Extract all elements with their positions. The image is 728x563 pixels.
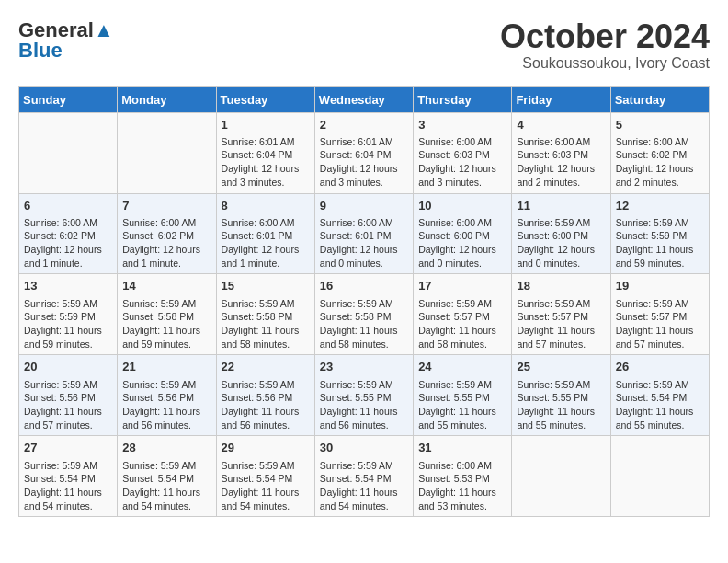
- day-number: 2: [320, 117, 408, 133]
- day-number: 16: [320, 278, 408, 294]
- day-info: Sunrise: 6:00 AMSunset: 6:00 PMDaylight:…: [418, 216, 506, 270]
- day-number: 13: [24, 278, 112, 294]
- logo-blue-text: Blue: [18, 39, 63, 63]
- day-info: Sunrise: 6:00 AMSunset: 6:02 PMDaylight:…: [616, 135, 704, 190]
- day-info: Sunrise: 5:59 AMSunset: 5:58 PMDaylight:…: [222, 297, 310, 351]
- calendar-cell: 8Sunrise: 6:00 AMSunset: 6:01 PMDaylight…: [216, 193, 314, 274]
- calendar-cell: 7Sunrise: 6:00 AMSunset: 6:02 PMDaylight…: [118, 193, 216, 274]
- weekday-header-friday: Friday: [512, 86, 610, 112]
- weekday-header-monday: Monday: [118, 86, 216, 112]
- page-header: General▲ Blue October 2024 Soukoussoukou…: [18, 18, 710, 72]
- calendar-cell: 9Sunrise: 6:00 AMSunset: 6:01 PMDaylight…: [314, 193, 413, 274]
- calendar-cell: 22Sunrise: 5:59 AMSunset: 5:56 PMDayligh…: [216, 355, 314, 436]
- day-info: Sunrise: 5:59 AMSunset: 5:54 PMDaylight:…: [616, 378, 704, 432]
- day-number: 19: [616, 278, 704, 294]
- day-info: Sunrise: 6:01 AMSunset: 6:04 PMDaylight:…: [320, 135, 408, 190]
- day-number: 8: [222, 198, 310, 214]
- calendar-cell: 21Sunrise: 5:59 AMSunset: 5:56 PMDayligh…: [118, 355, 216, 436]
- calendar-cell: 3Sunrise: 6:00 AMSunset: 6:03 PMDaylight…: [414, 112, 512, 193]
- day-number: 17: [418, 278, 506, 294]
- calendar-week-row: 13Sunrise: 5:59 AMSunset: 5:59 PMDayligh…: [19, 274, 710, 355]
- day-info: Sunrise: 5:59 AMSunset: 5:54 PMDaylight:…: [320, 459, 408, 513]
- day-number: 27: [24, 440, 112, 456]
- day-info: Sunrise: 5:59 AMSunset: 5:55 PMDaylight:…: [320, 378, 408, 432]
- day-number: 30: [320, 440, 408, 456]
- calendar-cell: 26Sunrise: 5:59 AMSunset: 5:54 PMDayligh…: [610, 355, 709, 436]
- calendar-cell: [512, 436, 610, 517]
- day-number: 29: [222, 440, 310, 456]
- day-info: Sunrise: 5:59 AMSunset: 5:54 PMDaylight:…: [24, 459, 112, 513]
- calendar-cell: [19, 112, 118, 193]
- day-info: Sunrise: 6:01 AMSunset: 6:04 PMDaylight:…: [222, 135, 310, 190]
- day-number: 23: [320, 359, 408, 375]
- weekday-header-saturday: Saturday: [610, 86, 709, 112]
- day-info: Sunrise: 6:00 AMSunset: 6:03 PMDaylight:…: [517, 135, 605, 190]
- day-info: Sunrise: 5:59 AMSunset: 5:58 PMDaylight:…: [122, 297, 210, 351]
- month-title: October 2024: [500, 18, 710, 55]
- calendar-cell: 14Sunrise: 5:59 AMSunset: 5:58 PMDayligh…: [118, 274, 216, 355]
- day-info: Sunrise: 5:59 AMSunset: 5:59 PMDaylight:…: [616, 216, 704, 270]
- day-info: Sunrise: 6:00 AMSunset: 6:03 PMDaylight:…: [418, 135, 506, 190]
- calendar-cell: 20Sunrise: 5:59 AMSunset: 5:56 PMDayligh…: [19, 355, 118, 436]
- day-info: Sunrise: 5:59 AMSunset: 5:59 PMDaylight:…: [24, 297, 112, 351]
- day-number: 25: [517, 359, 605, 375]
- calendar-cell: [610, 436, 709, 517]
- day-number: 28: [122, 440, 210, 456]
- calendar-cell: 13Sunrise: 5:59 AMSunset: 5:59 PMDayligh…: [19, 274, 118, 355]
- calendar-cell: 25Sunrise: 5:59 AMSunset: 5:55 PMDayligh…: [512, 355, 610, 436]
- calendar-cell: 24Sunrise: 5:59 AMSunset: 5:55 PMDayligh…: [414, 355, 512, 436]
- calendar-cell: 15Sunrise: 5:59 AMSunset: 5:58 PMDayligh…: [216, 274, 314, 355]
- day-number: 20: [24, 359, 112, 375]
- day-info: Sunrise: 6:00 AMSunset: 6:01 PMDaylight:…: [222, 216, 310, 270]
- day-info: Sunrise: 6:00 AMSunset: 6:02 PMDaylight:…: [122, 216, 210, 270]
- weekday-header-wednesday: Wednesday: [314, 86, 413, 112]
- calendar-table: SundayMondayTuesdayWednesdayThursdayFrid…: [18, 86, 710, 518]
- calendar-cell: 11Sunrise: 5:59 AMSunset: 6:00 PMDayligh…: [512, 193, 610, 274]
- day-info: Sunrise: 5:59 AMSunset: 5:54 PMDaylight:…: [222, 459, 310, 513]
- day-info: Sunrise: 6:00 AMSunset: 6:02 PMDaylight:…: [24, 216, 112, 270]
- day-info: Sunrise: 5:59 AMSunset: 5:55 PMDaylight:…: [517, 378, 605, 432]
- weekday-header-thursday: Thursday: [414, 86, 512, 112]
- calendar-cell: [118, 112, 216, 193]
- calendar-cell: 17Sunrise: 5:59 AMSunset: 5:57 PMDayligh…: [414, 274, 512, 355]
- calendar-header-row: SundayMondayTuesdayWednesdayThursdayFrid…: [19, 86, 710, 112]
- day-number: 31: [418, 440, 506, 456]
- logo: General▲ Blue: [18, 18, 114, 63]
- calendar-cell: 30Sunrise: 5:59 AMSunset: 5:54 PMDayligh…: [314, 436, 413, 517]
- calendar-cell: 27Sunrise: 5:59 AMSunset: 5:54 PMDayligh…: [19, 436, 118, 517]
- day-number: 7: [122, 198, 210, 214]
- day-number: 5: [616, 117, 704, 133]
- calendar-cell: 10Sunrise: 6:00 AMSunset: 6:00 PMDayligh…: [414, 193, 512, 274]
- day-number: 12: [616, 198, 704, 214]
- calendar-cell: 6Sunrise: 6:00 AMSunset: 6:02 PMDaylight…: [19, 193, 118, 274]
- day-info: Sunrise: 5:59 AMSunset: 5:57 PMDaylight:…: [517, 297, 605, 351]
- day-number: 24: [418, 359, 506, 375]
- day-number: 21: [122, 359, 210, 375]
- day-number: 15: [222, 278, 310, 294]
- day-number: 11: [517, 198, 605, 214]
- day-number: 26: [616, 359, 704, 375]
- calendar-cell: 1Sunrise: 6:01 AMSunset: 6:04 PMDaylight…: [216, 112, 314, 193]
- day-info: Sunrise: 5:59 AMSunset: 5:58 PMDaylight:…: [320, 297, 408, 351]
- day-number: 22: [222, 359, 310, 375]
- weekday-header-sunday: Sunday: [19, 86, 118, 112]
- weekday-header-tuesday: Tuesday: [216, 86, 314, 112]
- calendar-cell: 29Sunrise: 5:59 AMSunset: 5:54 PMDayligh…: [216, 436, 314, 517]
- day-number: 3: [418, 117, 506, 133]
- day-number: 4: [517, 117, 605, 133]
- calendar-week-row: 20Sunrise: 5:59 AMSunset: 5:56 PMDayligh…: [19, 355, 710, 436]
- day-info: Sunrise: 5:59 AMSunset: 6:00 PMDaylight:…: [517, 216, 605, 270]
- calendar-cell: 18Sunrise: 5:59 AMSunset: 5:57 PMDayligh…: [512, 274, 610, 355]
- day-number: 18: [517, 278, 605, 294]
- day-number: 1: [222, 117, 310, 133]
- day-number: 9: [320, 198, 408, 214]
- day-number: 10: [418, 198, 506, 214]
- calendar-cell: 4Sunrise: 6:00 AMSunset: 6:03 PMDaylight…: [512, 112, 610, 193]
- calendar-cell: 28Sunrise: 5:59 AMSunset: 5:54 PMDayligh…: [118, 436, 216, 517]
- day-info: Sunrise: 6:00 AMSunset: 5:53 PMDaylight:…: [418, 459, 506, 513]
- day-number: 6: [24, 198, 112, 214]
- calendar-week-row: 6Sunrise: 6:00 AMSunset: 6:02 PMDaylight…: [19, 193, 710, 274]
- calendar-cell: 2Sunrise: 6:01 AMSunset: 6:04 PMDaylight…: [314, 112, 413, 193]
- calendar-cell: 16Sunrise: 5:59 AMSunset: 5:58 PMDayligh…: [314, 274, 413, 355]
- calendar-week-row: 27Sunrise: 5:59 AMSunset: 5:54 PMDayligh…: [19, 436, 710, 517]
